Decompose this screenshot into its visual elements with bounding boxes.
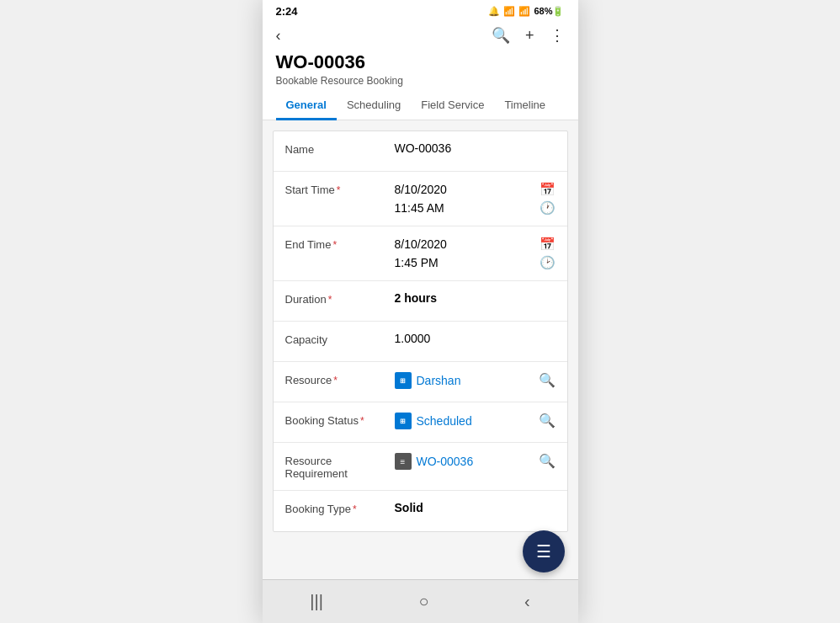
end-time-value[interactable]: 1:45 PM bbox=[395, 256, 439, 269]
field-booking-status-label: Booking Status* bbox=[285, 413, 395, 427]
field-resource-requirement-value-wrapper: ≡ WO-00036 🔍 bbox=[395, 453, 556, 470]
booking-status-value-group: ⊞ Scheduled bbox=[395, 413, 532, 429]
field-name-value: WO-00036 bbox=[395, 141, 556, 155]
tab-scheduling[interactable]: Scheduling bbox=[337, 90, 411, 120]
status-time: 2:24 bbox=[276, 5, 298, 18]
start-date-calendar-icon[interactable]: 📅 bbox=[540, 182, 556, 197]
start-time-required: * bbox=[337, 184, 341, 196]
app-header: ‹ 🔍 + ⋮ bbox=[263, 21, 578, 51]
resource-requirement-value-group: ≡ WO-00036 bbox=[395, 453, 532, 470]
field-booking-type-label: Booking Type* bbox=[285, 501, 395, 515]
end-time-clock-icon[interactable]: 🕑 bbox=[540, 255, 556, 270]
booking-type-required: * bbox=[353, 503, 357, 515]
nav-back-button[interactable]: ‹ bbox=[524, 592, 530, 611]
field-duration-row: Duration* 2 hours bbox=[274, 281, 567, 322]
start-time-line: 11:45 AM 🕐 bbox=[395, 200, 556, 216]
booking-status-type-icon: ⊞ bbox=[395, 413, 412, 429]
field-booking-status-value[interactable]: Scheduled bbox=[417, 414, 532, 428]
field-end-time-row: End Time* 8/10/2020 📅 1:45 PM 🕑 bbox=[274, 226, 567, 281]
page-title: WO-00036 bbox=[276, 51, 565, 73]
content-area: Name WO-00036 Start Time* 8/10/2020 📅 bbox=[263, 120, 578, 579]
field-resource-value[interactable]: Darshan bbox=[417, 374, 532, 387]
header-left: ‹ bbox=[276, 27, 281, 45]
more-button[interactable]: ⋮ bbox=[550, 26, 565, 45]
start-date-line: 8/10/2020 📅 bbox=[395, 182, 556, 197]
signal-icon: 📶 bbox=[518, 6, 530, 17]
field-capacity-value-wrapper: 1.0000 bbox=[395, 332, 556, 345]
phone-frame: 2:24 🔔 📶 📶 68%🔋 ‹ 🔍 + ⋮ WO-00036 Bookabl… bbox=[263, 0, 578, 623]
tab-timeline[interactable]: Timeline bbox=[494, 90, 556, 120]
status-bar: 2:24 🔔 📶 📶 68%🔋 bbox=[263, 0, 578, 21]
tab-general[interactable]: General bbox=[276, 90, 337, 120]
booking-status-search-icon[interactable]: 🔍 bbox=[539, 413, 556, 429]
field-capacity-value: 1.0000 bbox=[395, 332, 556, 345]
resource-required: * bbox=[333, 375, 338, 386]
resource-type-icon: ⊞ bbox=[395, 372, 412, 389]
add-button[interactable]: + bbox=[525, 27, 534, 45]
bottom-nav: ||| ○ ‹ bbox=[263, 579, 578, 623]
field-booking-type-value: Solid bbox=[395, 501, 556, 514]
form-card: Name WO-00036 Start Time* 8/10/2020 📅 bbox=[273, 130, 568, 532]
field-end-time-value-wrapper: 8/10/2020 📅 1:45 PM 🕑 bbox=[395, 237, 556, 270]
field-capacity-label: Capacity bbox=[285, 332, 395, 346]
field-start-time-value-wrapper: 8/10/2020 📅 11:45 AM 🕐 bbox=[395, 182, 556, 216]
search-button[interactable]: 🔍 bbox=[492, 26, 510, 45]
field-duration-value-wrapper: 2 hours bbox=[395, 291, 556, 305]
wifi-icon: 📶 bbox=[503, 6, 515, 17]
end-date-line: 8/10/2020 📅 bbox=[395, 237, 556, 252]
resource-requirement-search-icon[interactable]: 🔍 bbox=[539, 453, 556, 469]
field-name-label: Name bbox=[285, 141, 395, 156]
field-start-time-label: Start Time* bbox=[285, 182, 395, 196]
title-section: WO-00036 Bookable Resource Booking bbox=[263, 51, 578, 90]
alarm-icon: 🔔 bbox=[488, 6, 500, 17]
duration-required: * bbox=[328, 294, 332, 306]
start-time-clock-icon[interactable]: 🕐 bbox=[540, 200, 556, 216]
field-booking-type-row: Booking Type* Solid bbox=[274, 491, 567, 531]
field-capacity-row: Capacity 1.0000 bbox=[274, 322, 567, 362]
field-booking-status-row: Booking Status* ⊞ Scheduled 🔍 bbox=[274, 402, 567, 443]
booking-status-required: * bbox=[360, 415, 364, 427]
field-booking-type-value-wrapper: Solid bbox=[395, 501, 556, 514]
battery-icon: 68%🔋 bbox=[534, 6, 564, 17]
field-name-row: Name WO-00036 bbox=[274, 131, 567, 172]
tabs-bar: General Scheduling Field Service Timelin… bbox=[263, 90, 578, 120]
nav-home-button[interactable]: ○ bbox=[418, 592, 428, 611]
field-resource-row: Resource* ⊞ Darshan 🔍 bbox=[274, 362, 567, 402]
field-duration-value: 2 hours bbox=[395, 291, 556, 305]
start-date-value[interactable]: 8/10/2020 bbox=[395, 183, 447, 196]
back-button[interactable]: ‹ bbox=[276, 27, 281, 45]
nav-menu-button[interactable]: ||| bbox=[310, 592, 323, 611]
resource-search-icon[interactable]: 🔍 bbox=[539, 372, 556, 388]
resource-requirement-type-icon: ≡ bbox=[395, 453, 412, 470]
end-date-calendar-icon[interactable]: 📅 bbox=[540, 237, 556, 252]
field-resource-value-wrapper: ⊞ Darshan 🔍 bbox=[395, 372, 556, 389]
resource-value-group: ⊞ Darshan bbox=[395, 372, 532, 389]
field-resource-label: Resource* bbox=[285, 372, 395, 386]
end-date-value[interactable]: 8/10/2020 bbox=[395, 237, 447, 251]
page-subtitle: Bookable Resource Booking bbox=[276, 75, 565, 87]
status-icons: 🔔 📶 📶 68%🔋 bbox=[488, 6, 564, 17]
field-start-time-row: Start Time* 8/10/2020 📅 11:45 AM 🕐 bbox=[274, 172, 567, 226]
end-time-datetime-group: 8/10/2020 📅 1:45 PM 🕑 bbox=[395, 237, 556, 270]
field-resource-requirement-row: Resource Requirement ≡ WO-00036 🔍 bbox=[274, 443, 567, 491]
field-resource-requirement-label: Resource Requirement bbox=[285, 453, 395, 480]
field-end-time-label: End Time* bbox=[285, 237, 395, 251]
field-booking-status-value-wrapper: ⊞ Scheduled 🔍 bbox=[395, 413, 556, 429]
field-resource-requirement-value[interactable]: WO-00036 bbox=[417, 455, 532, 468]
fab-menu-icon: ☰ bbox=[536, 541, 551, 562]
field-duration-label: Duration* bbox=[285, 291, 395, 306]
field-name-value-wrapper: WO-00036 bbox=[395, 141, 556, 155]
header-actions: 🔍 + ⋮ bbox=[492, 26, 565, 45]
end-time-line: 1:45 PM 🕑 bbox=[395, 255, 556, 270]
start-time-datetime-group: 8/10/2020 📅 11:45 AM 🕐 bbox=[395, 182, 556, 216]
end-time-required: * bbox=[332, 239, 337, 251]
tab-field-service[interactable]: Field Service bbox=[411, 90, 494, 120]
fab-button[interactable]: ☰ bbox=[523, 530, 565, 572]
start-time-value[interactable]: 11:45 AM bbox=[395, 201, 444, 215]
